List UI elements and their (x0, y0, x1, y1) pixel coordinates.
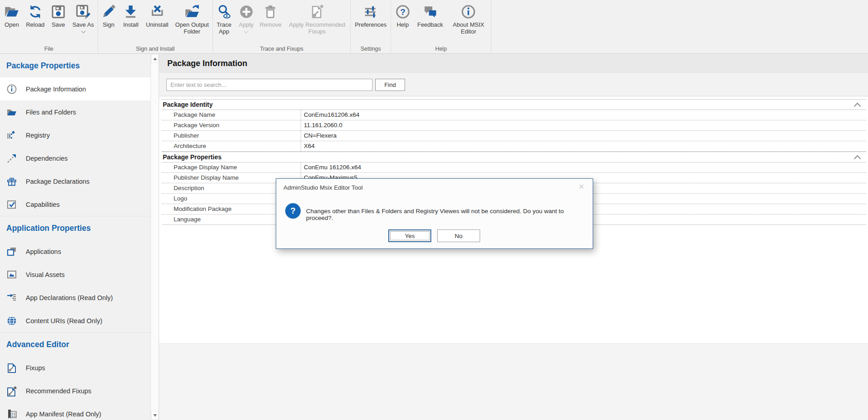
collapse-chevron-icon[interactable] (854, 103, 861, 110)
reload-button[interactable]: Reload (24, 4, 47, 28)
scroll-down-icon[interactable] (151, 411, 159, 420)
applications-icon (6, 246, 18, 257)
toolbar-group-label: Settings (351, 46, 391, 52)
main-header: Package Information (159, 54, 868, 74)
ribbon-toolbar: Open Reload Save Save As File Sign (0, 0, 868, 54)
sign-button[interactable]: Sign (98, 4, 119, 28)
toolbar-group-help: ? Help Feedback About MSIX Editor Help (391, 0, 491, 53)
row-label: Package Version (162, 120, 301, 130)
sidebar-section-application-properties: Application Properties Applications Visu… (0, 216, 151, 332)
about-info-icon (460, 4, 476, 20)
table-row: Package Version 11.161.2060.0 (162, 120, 866, 131)
sidebar-item-applications[interactable]: Applications (0, 240, 151, 263)
yes-button[interactable]: Yes (388, 229, 431, 242)
sidebar-item-package-information[interactable]: Package Information (0, 77, 151, 100)
save-button[interactable]: Save (48, 4, 69, 28)
sidebar-item-app-declarations[interactable]: App Declarations (Read Only) (0, 286, 151, 309)
sidebar-item-app-manifest[interactable]: App Manifest (Read Only) (0, 402, 151, 420)
toolbar-button-label: Trace App (213, 21, 235, 35)
preferences-button[interactable]: Preferences (353, 4, 389, 28)
open-output-folder-icon (184, 4, 200, 20)
find-button[interactable]: Find (375, 79, 405, 91)
info-icon (6, 84, 18, 95)
app-manifest-icon (6, 409, 18, 420)
scroll-up-icon[interactable] (151, 54, 159, 63)
row-value[interactable]: X64 (301, 141, 866, 151)
confirm-dialog: AdminStudio Msix Editor Tool ✕ ? Changes… (276, 178, 593, 249)
chevron-down-icon[interactable] (81, 29, 85, 33)
dialog-title: AdminStudio Msix Editor Tool (283, 184, 363, 191)
trace-app-button[interactable]: Trace App (213, 4, 235, 35)
sidebar-item-package-declarations[interactable]: Package Declarations (0, 170, 151, 193)
reload-icon (27, 4, 43, 20)
collapse-chevron-icon[interactable] (854, 155, 861, 162)
toolbar-group-label: File (0, 46, 98, 52)
sidebar-item-visual-assets[interactable]: Visual Assets (0, 263, 151, 286)
sidebar-section-title: Application Properties (0, 216, 151, 240)
toolbar-button-label: Apply Recommended Fixups (284, 21, 350, 35)
trace-app-icon (216, 4, 232, 20)
preferences-sliders-icon (363, 4, 379, 20)
sidebar-scrollbar[interactable] (151, 54, 159, 420)
toolbar-button-label: Remove (259, 21, 281, 28)
registry-icon (6, 130, 18, 141)
toolbar-button-label: Open Output Folder (172, 21, 212, 35)
question-icon: ? (285, 203, 301, 219)
apply-icon (238, 4, 255, 20)
sidebar-item-dependencies[interactable]: Dependencies (0, 147, 151, 170)
row-label: Architecture (162, 141, 301, 151)
sidebar-item-recommended-fixups[interactable]: Recommended Fixups (0, 379, 151, 402)
toolbar-button-label: Apply (239, 21, 254, 28)
app-declarations-icon (6, 292, 18, 303)
feedback-button[interactable]: Feedback (415, 4, 446, 28)
save-as-button[interactable]: Save As (70, 4, 97, 33)
apply-recommended-fixups-icon (309, 4, 325, 20)
close-icon[interactable]: ✕ (579, 182, 585, 191)
toolbar-button-label: Open (5, 21, 19, 28)
sidebar-item-registry[interactable]: Registry (0, 124, 151, 147)
toolbar-button-label: Install (123, 21, 138, 28)
row-label: Package Name (162, 110, 301, 120)
toolbar-group-settings: Preferences Settings (351, 0, 391, 53)
toolbar-button-label: Reload (26, 21, 44, 28)
about-msix-editor-button[interactable]: About MSIX Editor (448, 4, 489, 35)
row-value[interactable]: ConEmu 161206.x64 (301, 162, 866, 172)
toolbar-button-label: Sign (103, 21, 114, 28)
search-band: Find (159, 74, 868, 96)
section-header-package-identity[interactable]: Package Identity (162, 99, 866, 110)
sidebar-item-content-uris[interactable]: Content URIs (Read Only) (0, 309, 151, 332)
sidebar-section-title: Advanced Editor (0, 333, 151, 356)
sidebar-section-title: Package Properties (0, 54, 151, 77)
toolbar-group-sign-and-install: Sign Install Uninstall Open Output Folde… (98, 0, 213, 53)
svg-text:?: ? (400, 7, 406, 17)
dialog-message: Changes other than Files & Folders and R… (306, 208, 585, 221)
sidebar-item-files-and-folders[interactable]: Files and Folders (0, 100, 151, 124)
toolbar-group-file: Open Reload Save Save As File (0, 0, 98, 53)
help-button[interactable]: ? Help (393, 4, 412, 28)
sidebar-item-capabilities[interactable]: Capabilities (0, 193, 151, 216)
open-button[interactable]: Open (1, 4, 23, 28)
open-output-folder-button[interactable]: Open Output Folder (172, 4, 212, 35)
apply-button: Apply (235, 4, 257, 33)
sidebar-nav: Package Properties Package Information F… (0, 54, 159, 420)
remove-trash-icon (262, 4, 278, 20)
table-row: Publisher CN=Flexera (162, 131, 866, 141)
row-label: Publisher (162, 131, 301, 141)
search-input[interactable] (166, 79, 373, 91)
toolbar-button-label: Feedback (417, 21, 443, 28)
install-button[interactable]: Install (119, 4, 142, 28)
uninstall-icon (149, 4, 165, 20)
section-header-package-properties[interactable]: Package Properties (162, 152, 866, 162)
uninstall-button[interactable]: Uninstall (143, 4, 172, 28)
remove-button: Remove (257, 4, 284, 28)
sidebar-item-fixups[interactable]: Fixups (0, 356, 151, 379)
no-button[interactable]: No (437, 229, 480, 242)
row-value[interactable]: CN=Flexera (301, 131, 866, 141)
sidebar-section-package-properties: Package Properties Package Information F… (0, 54, 151, 216)
table-row: Architecture X64 (162, 141, 866, 152)
row-value[interactable]: 11.161.2060.0 (301, 120, 866, 130)
row-value[interactable]: ConEmu161206.x64 (301, 110, 866, 120)
toolbar-group-label: Trace and Fixups (213, 46, 350, 52)
toolbar-button-label: Save (52, 21, 65, 28)
toolbar-group-label: Help (391, 46, 491, 52)
